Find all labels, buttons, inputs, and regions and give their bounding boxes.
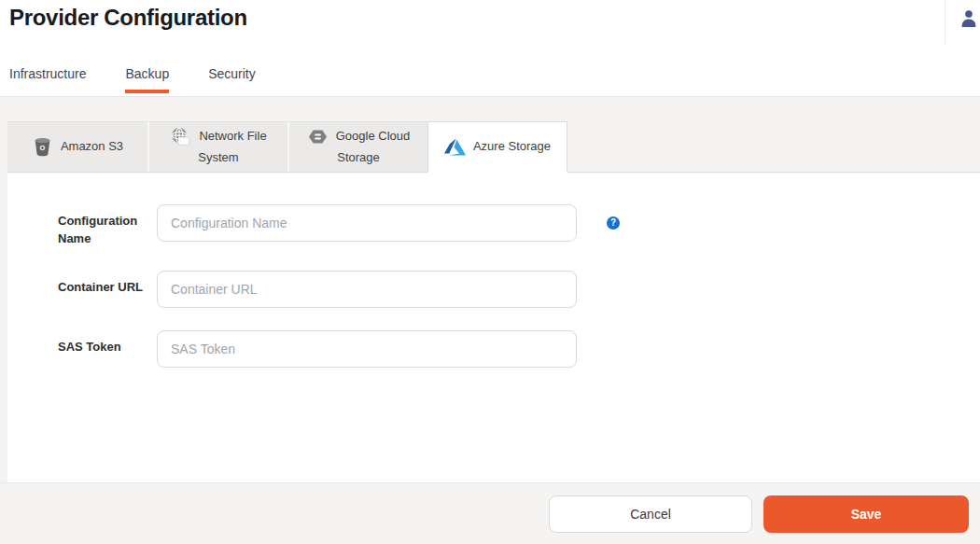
main-nav-tabs: Infrastructure Backup Security — [9, 66, 256, 96]
help-icon[interactable]: ? — [607, 216, 620, 230]
user-account-button[interactable] — [959, 8, 978, 27]
page-content: Amazon S3 Network File System — [0, 97, 980, 544]
provider-tab-azure-storage[interactable]: Azure Storage — [427, 121, 567, 173]
form-footer: Cancel Save — [0, 482, 980, 544]
save-button[interactable]: Save — [763, 495, 969, 533]
form-row-sas-token: SAS Token — [58, 330, 980, 368]
provider-tab-label: Amazon S3 — [61, 139, 123, 153]
tab-infrastructure[interactable]: Infrastructure — [9, 66, 86, 96]
provider-tab-label: Google Cloud Storage — [336, 129, 411, 164]
cancel-button[interactable]: Cancel — [549, 495, 752, 533]
provider-tab-network-file-system[interactable]: Network File System — [147, 121, 287, 172]
page-header: Provider Configuration Infrastructure Ba… — [0, 0, 980, 97]
tab-security[interactable]: Security — [208, 66, 256, 96]
provider-tab-google-cloud-storage[interactable]: Google Cloud Storage — [287, 121, 427, 172]
amazon-s3-icon — [32, 136, 53, 158]
form-row-configuration-name: Configuration Name ? — [58, 204, 980, 248]
page-title: Provider Configuration — [9, 5, 247, 31]
network-file-system-icon — [170, 126, 191, 147]
configuration-name-input[interactable] — [157, 204, 577, 242]
provider-tab-label: Azure Storage — [473, 139, 551, 153]
provider-tab-label: Network File System — [198, 129, 266, 164]
configuration-name-label: Configuration Name — [58, 204, 144, 248]
container-url-label: Container URL — [58, 271, 144, 308]
provider-tab-amazon-s3[interactable]: Amazon S3 — [7, 121, 147, 172]
azure-storage-icon — [444, 136, 466, 158]
google-cloud-storage-icon — [307, 126, 329, 147]
form-row-container-url: Container URL — [58, 271, 980, 308]
tab-backup[interactable]: Backup — [125, 66, 169, 96]
header-divider — [945, 0, 945, 44]
sas-token-input[interactable] — [157, 330, 577, 368]
sas-token-label: SAS Token — [58, 330, 144, 368]
provider-tabs: Amazon S3 Network File System — [7, 121, 980, 173]
provider-form-panel: Configuration Name ? Container URL SAS T… — [7, 173, 980, 482]
person-icon — [959, 14, 978, 30]
container-url-input[interactable] — [157, 271, 577, 308]
